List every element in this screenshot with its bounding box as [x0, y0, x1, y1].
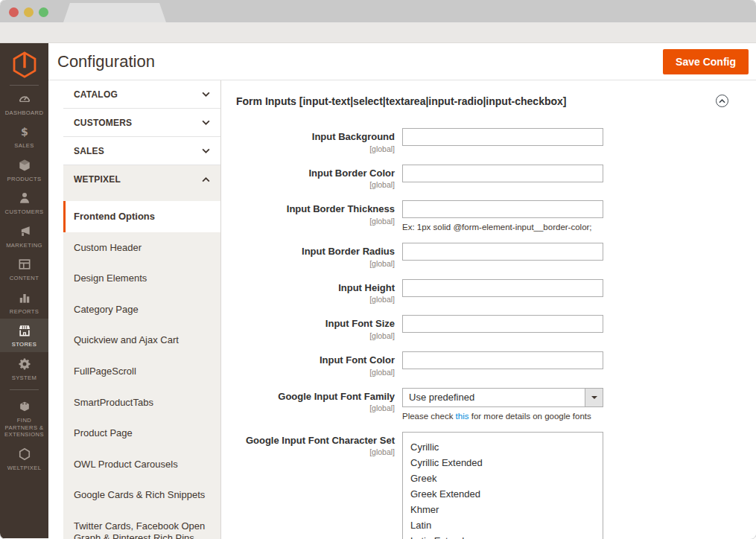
- charset-option-cyrillic-extended[interactable]: Cyrillic Extended: [403, 455, 603, 471]
- sidebar-item-stores[interactable]: STORES: [0, 319, 48, 351]
- field-row-google-input-font-character-set: Google Input Font Character Set[global]C…: [236, 432, 741, 539]
- subnav-item-category-page[interactable]: Category Page: [63, 294, 220, 325]
- nav-section-sales[interactable]: SALES: [63, 137, 220, 165]
- sidebar-item-find-partners-extensions[interactable]: FIND PARTNERS & EXTENSIONS: [0, 395, 48, 441]
- nav-section-label: CATALOG: [74, 89, 118, 100]
- dashboard-icon: [1, 92, 48, 106]
- section-title: Form Inputs [input-text|select|textarea|…: [236, 95, 566, 107]
- select-dropdown-icon[interactable]: [585, 389, 603, 406]
- field-label: Input Height: [236, 282, 395, 294]
- field-label: Input Border Color: [236, 168, 395, 179]
- extensions-icon: [1, 399, 48, 414]
- charset-option-cyrillic[interactable]: Cyrillic: [403, 439, 603, 455]
- field-scope: [global]: [236, 404, 395, 412]
- zoom-window-icon[interactable]: [39, 7, 48, 17]
- input-border-color-input[interactable]: [402, 165, 603, 182]
- field-scope: [global]: [236, 217, 395, 226]
- chevron-down-icon: [202, 148, 210, 153]
- charset-option-greek-extended[interactable]: Greek Extended: [403, 486, 603, 502]
- chevron-down-icon: [202, 92, 210, 97]
- input-height-input[interactable]: [402, 279, 603, 297]
- charset-option-greek[interactable]: Greek: [403, 471, 603, 486]
- field-label: Google Input Font Character Set: [236, 435, 395, 447]
- content-icon: [1, 257, 48, 272]
- field-scope: [global]: [236, 331, 395, 340]
- field-row-input-height: Input Height[global]: [236, 279, 741, 304]
- weltpixel-icon: [1, 447, 48, 462]
- nav-section-label: WETPIXEL: [74, 174, 121, 185]
- subnav-item-google-cards-rich-snippets[interactable]: Google Cards & Rich Snippets: [63, 479, 220, 511]
- magento-logo-icon[interactable]: [0, 43, 48, 85]
- chevron-up-icon: [202, 177, 210, 182]
- field-scope: [global]: [236, 368, 395, 377]
- save-config-button[interactable]: Save Config: [663, 49, 749, 74]
- subnav-item-owl-product-carousels[interactable]: OWL Product Carousels: [63, 449, 220, 480]
- field-row-google-input-font-family: Google Input Font Family[global]Use pred…: [236, 388, 741, 421]
- subnav-item-fullpagescroll[interactable]: FullPageScroll: [63, 356, 220, 387]
- sidebar-item-weltpixel[interactable]: WELTPIXEL: [0, 442, 48, 475]
- nav-section-customers[interactable]: CUSTOMERS: [63, 109, 220, 137]
- sidebar-item-label: PRODUCTS: [1, 176, 48, 182]
- sidebar-item-label: CONTENT: [1, 275, 48, 281]
- config-nav: CATALOGCUSTOMERSSALESWETPIXELFrontend Op…: [48, 80, 221, 538]
- nav-section-label: SALES: [74, 146, 104, 156]
- sidebar-item-reports[interactable]: REPORTS: [0, 286, 48, 319]
- browser-tab[interactable]: [63, 3, 166, 22]
- field-row-input-border-thickness: Input Border Thickness[global]Ex: 1px so…: [236, 200, 741, 232]
- sidebar-item-content[interactable]: CONTENT: [0, 252, 48, 285]
- sidebar-item-system[interactable]: SYSTEM: [0, 352, 48, 385]
- google-input-font-family-select[interactable]: Use predefined: [402, 388, 603, 407]
- page-title: Configuration: [57, 52, 155, 71]
- input-border-radius-input[interactable]: [402, 243, 603, 261]
- select-value: Use predefined: [409, 392, 474, 403]
- sidebar-divider: [10, 85, 39, 86]
- subnav-item-design-elements[interactable]: Design Elements: [63, 263, 220, 294]
- nav-section-catalog[interactable]: CATALOG: [63, 80, 220, 109]
- sidebar-item-label: WELTPIXEL: [1, 465, 48, 471]
- sidebar-item-customers[interactable]: CUSTOMERS: [0, 186, 48, 219]
- input-border-thickness-input[interactable]: [402, 200, 603, 218]
- sidebar-item-label: STORES: [1, 341, 48, 348]
- minimize-window-icon[interactable]: [24, 7, 34, 17]
- subnav-item-frontend-options[interactable]: Frontend Options: [63, 201, 220, 232]
- sidebar-item-dashboard[interactable]: DASHBOARD: [0, 87, 48, 120]
- input-font-color-input[interactable]: [402, 351, 603, 369]
- field-hint: Ex: 1px solid @form-element-input__borde…: [402, 223, 603, 232]
- charset-option-khmer[interactable]: Khmer: [403, 502, 603, 517]
- subnav-item-smartproducttabs[interactable]: SmartProductTabs: [63, 387, 220, 418]
- sidebar-item-label: FIND PARTNERS & EXTENSIONS: [1, 417, 48, 438]
- field-scope: [global]: [236, 447, 395, 456]
- section-header: Form Inputs [input-text|select|textarea|…: [236, 95, 741, 107]
- close-window-icon[interactable]: [9, 7, 19, 17]
- browser-toolbar: [0, 22, 756, 43]
- nav-section-wetpixel[interactable]: WETPIXEL: [63, 165, 220, 194]
- subnav-item-product-page[interactable]: Product Page: [63, 418, 220, 449]
- wetpixel-subnav: Frontend OptionsCustom HeaderDesign Elem…: [63, 194, 220, 539]
- sidebar-item-label: SALES: [1, 142, 48, 149]
- customers-icon: [1, 191, 48, 205]
- page-header: Configuration Save Config: [48, 43, 756, 80]
- stores-icon: [1, 323, 48, 338]
- titlebar: [0, 0, 756, 22]
- input-font-size-input[interactable]: [402, 315, 603, 333]
- subnav-item-quickview-and-ajax-cart[interactable]: Quickview and Ajax Cart: [63, 325, 220, 356]
- google-fonts-link[interactable]: this: [456, 412, 469, 421]
- input-background-input[interactable]: [402, 128, 603, 146]
- sidebar-item-products[interactable]: PRODUCTS: [0, 153, 48, 186]
- google-input-font-character-set-multiselect[interactable]: CyrillicCyrillic ExtendedGreekGreek Exte…: [402, 432, 603, 539]
- subnav-item-twitter-cards-facebook-open-graph-pinterest-rich-pins[interactable]: Twitter Cards, Facebook Open Graph & Pin…: [63, 511, 220, 539]
- sidebar-item-sales[interactable]: $SALES: [0, 120, 48, 153]
- subnav-item-custom-header[interactable]: Custom Header: [63, 232, 220, 264]
- sidebar-item-label: MARKETING: [1, 242, 48, 249]
- sidebar-item-label: SYSTEM: [1, 374, 48, 381]
- marketing-icon: [1, 224, 48, 239]
- field-row-input-border-color: Input Border Color[global]: [236, 165, 741, 190]
- field-scope: [global]: [236, 144, 395, 153]
- charset-option-latin[interactable]: Latin: [403, 517, 603, 533]
- charset-option-latin-extende[interactable]: Latin Extende: [403, 533, 603, 539]
- sidebar-item-marketing[interactable]: MARKETING: [0, 220, 48, 252]
- field-scope: [global]: [236, 295, 395, 304]
- collapse-section-icon[interactable]: [716, 95, 728, 107]
- reports-icon: [1, 290, 48, 305]
- field-label: Input Font Size: [236, 318, 395, 330]
